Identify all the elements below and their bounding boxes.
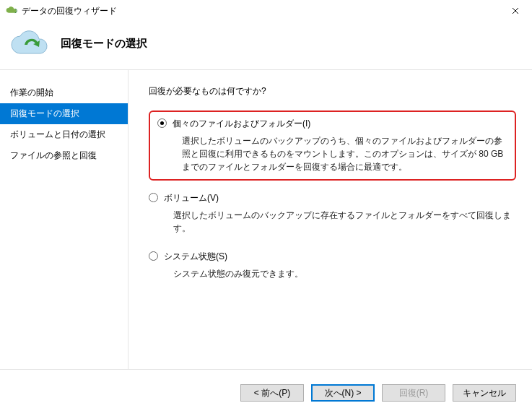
step-volume-date[interactable]: ボリュームと日付の選択 — [0, 124, 128, 145]
option-volume-label: ボリューム(V) — [164, 192, 219, 204]
cancel-button[interactable]: キャンセル — [453, 384, 516, 402]
radio-system-state[interactable] — [149, 251, 158, 261]
option-system-state-desc: システム状態のみ復元できます。 — [173, 267, 516, 280]
cloud-refresh-icon — [6, 5, 17, 17]
page-title: 回復モードの選択 — [61, 37, 147, 51]
wizard-steps-sidebar: 作業の開始 回復モードの選択 ボリュームと日付の選択 ファイルの参照と回復 — [0, 69, 128, 370]
cloud-sync-icon — [10, 29, 51, 58]
wizard-main: 回復が必要なものは何ですか? 個々のファイルおよびフォルダー(I) 選択したボリ… — [128, 69, 532, 370]
wizard-header: 回復モードの選択 — [0, 22, 532, 68]
option-volume-desc: 選択したボリュームのバックアップに存在するファイルとフォルダーをすべて回復します… — [173, 209, 516, 235]
step-browse-recover[interactable]: ファイルの参照と回復 — [0, 145, 128, 166]
option-files-folders-desc: 選択したボリュームのバックアップのうち、個々のファイルおよびフォルダーの参照と回… — [182, 134, 507, 173]
next-button[interactable]: 次へ(N) > — [311, 384, 375, 402]
prev-button[interactable]: < 前へ(P) — [240, 384, 304, 402]
recover-button: 回復(R) — [382, 384, 445, 402]
radio-files-folders[interactable] — [157, 118, 167, 128]
step-recovery-mode[interactable]: 回復モードの選択 — [0, 103, 128, 124]
wizard-body: 作業の開始 回復モードの選択 ボリュームと日付の選択 ファイルの参照と回復 回復… — [0, 69, 532, 370]
option-files-folders[interactable]: 個々のファイルおよびフォルダー(I) — [157, 118, 507, 130]
option-system-state-label: システム状態(S) — [164, 251, 227, 263]
wizard-footer: < 前へ(P) 次へ(N) > 回復(R) キャンセル — [0, 370, 532, 416]
option-system-state[interactable]: システム状態(S) — [149, 251, 516, 263]
window-title: データの回復ウィザード — [22, 5, 117, 17]
step-start[interactable]: 作業の開始 — [0, 82, 128, 103]
question-text: 回復が必要なものは何ですか? — [149, 85, 516, 98]
close-button[interactable] — [499, 0, 532, 22]
option-volume[interactable]: ボリューム(V) — [149, 192, 516, 204]
option-files-folders-label: 個々のファイルおよびフォルダー(I) — [173, 118, 310, 130]
titlebar: データの回復ウィザード — [0, 0, 532, 22]
radio-volume[interactable] — [149, 193, 158, 202]
option-files-folders-highlight: 個々のファイルおよびフォルダー(I) 選択したボリュームのバックアップのうち、個… — [149, 110, 516, 181]
